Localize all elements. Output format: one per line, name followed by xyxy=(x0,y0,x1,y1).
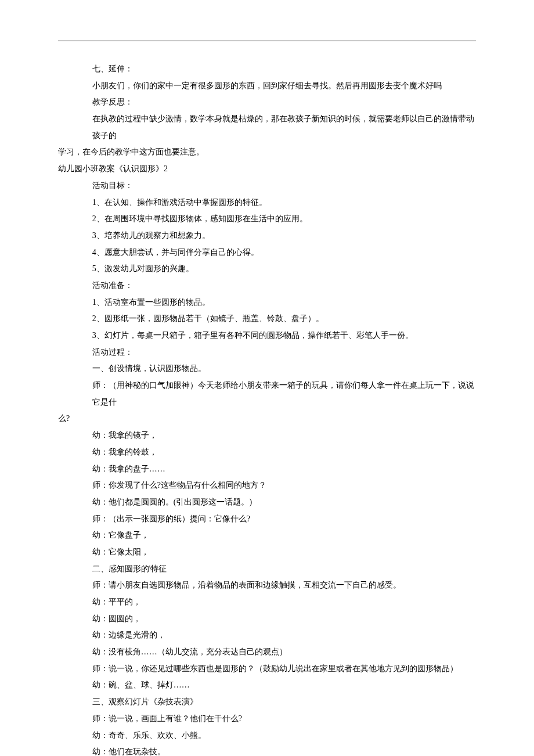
text-line: 二、感知圆形的'特征 xyxy=(58,561,476,578)
text-line: 七、延伸： xyxy=(58,61,476,78)
text-line: 小朋友们，你们的家中一定有很多圆形的东西，回到家仔细去寻找。然后再用圆形去变个魔… xyxy=(58,78,476,95)
text-line: 5、激发幼儿对圆形的兴趣。 xyxy=(58,261,476,278)
text-line: 师：（用神秘的口气加眼神）今天老师给小朋友带来一箱子的玩具，请你们每人拿一件在桌… xyxy=(58,377,476,411)
text-line: 三、观察幻灯片《杂技表演》 xyxy=(58,694,476,711)
text-line: 幼：碗、盆、球、掉灯…… xyxy=(58,677,476,694)
horizontal-rule xyxy=(58,41,476,41)
text-line: 幼：我拿的盘子…… xyxy=(58,461,476,478)
text-line: 幼：它像盘子， xyxy=(58,527,476,544)
text-line: 幼：边缘是光滑的， xyxy=(58,627,476,644)
text-line: 3、培养幼儿的观察力和想象力。 xyxy=(58,228,476,244)
document-body: 七、延伸：小朋友们，你们的家中一定有很多圆形的东西，回到家仔细去寻找。然后再用圆… xyxy=(58,61,476,756)
text-line: 师：你发现了什么?这些物品有什么相同的地方？ xyxy=(58,477,476,494)
text-line: 学习，在今后的教学中这方面也要注意。 xyxy=(58,144,476,161)
document-page: 七、延伸：小朋友们，你们的家中一定有很多圆形的东西，回到家仔细去寻找。然后再用圆… xyxy=(0,0,534,756)
text-line: 2、在周围环境中寻找圆形物体，感知圆形在生活中的应用。 xyxy=(58,211,476,228)
text-line: 活动准备： xyxy=(58,278,476,294)
text-line: 1、在认知、操作和游戏活动中掌握圆形的特征。 xyxy=(58,195,476,211)
text-line: 幼：我拿的铃鼓， xyxy=(58,444,476,461)
text-line: 幼儿园小班教案《认识圆形》2 xyxy=(58,161,476,178)
text-line: 师：请小朋友自选圆形物品，沿着物品的表面和边缘触摸，互相交流一下自己的感受。 xyxy=(58,577,476,594)
text-line: 3、幻灯片，每桌一只箱子，箱子里有各种不同的圆形物品，操作纸若干、彩笔人手一份。 xyxy=(58,327,476,344)
text-line: 幼：它像太阳， xyxy=(58,544,476,561)
text-line: 活动目标： xyxy=(58,178,476,195)
text-line: 教学反思： xyxy=(58,94,476,111)
text-line: 幼：我拿的镜子， xyxy=(58,427,476,444)
text-line: 幼：平平的， xyxy=(58,594,476,611)
text-line: 幼：他们都是圆圆的。(引出圆形这一话题。) xyxy=(58,494,476,511)
text-line: 2、圆形纸一张，圆形物品若干（如镜子、瓶盖、铃鼓、盘子）。 xyxy=(58,311,476,327)
text-line: 幼：圆圆的， xyxy=(58,611,476,628)
text-line: 么? xyxy=(58,411,476,427)
text-line: 师：说一说，画面上有谁？他们在干什么? xyxy=(58,711,476,728)
text-line: 师：（出示一张圆形的纸）提问：它像什么? xyxy=(58,511,476,528)
text-line: 4、愿意大胆尝试，并与同伴分享自己的心得。 xyxy=(58,244,476,261)
text-line: 幼：没有棱角……（幼儿交流，充分表达自己的观点） xyxy=(58,644,476,661)
text-line: 一、创设情境，认识圆形物品。 xyxy=(58,361,476,377)
text-line: 在执教的过程中缺少激情，数学本身就是枯燥的，那在教孩子新知识的时候，就需要老师以… xyxy=(58,111,476,144)
text-line: 幼：奇奇、乐乐、欢欢、小熊。 xyxy=(58,728,476,744)
text-line: 活动过程： xyxy=(58,344,476,361)
text-line: 师：说一说，你还见过哪些东西也是圆形的？（鼓励幼儿说出在家里或者在其他地方见到的… xyxy=(58,661,476,678)
text-line: 幼：他们在玩杂技。 xyxy=(58,744,476,756)
text-line: 1、活动室布置一些圆形的物品。 xyxy=(58,294,476,311)
